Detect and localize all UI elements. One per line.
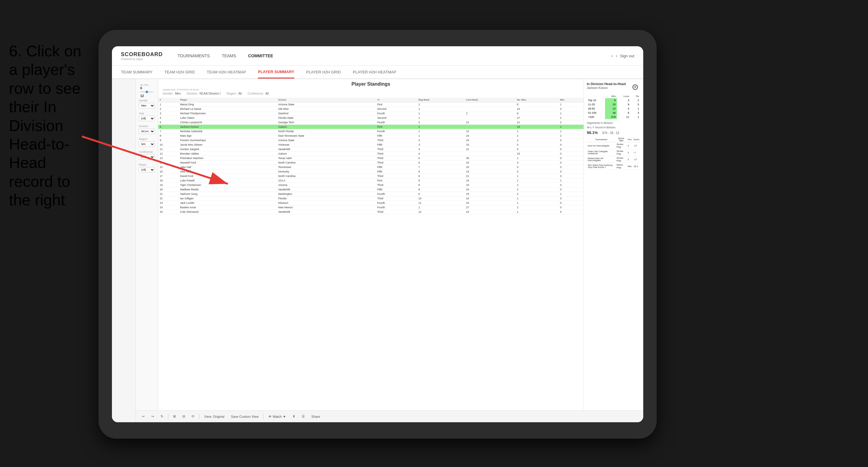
zoom-out-button[interactable]: ⊟ <box>181 413 187 419</box>
col-reg-rank: Reg Rank <box>417 98 465 102</box>
cell-rank: 25 <box>158 210 179 214</box>
reset-button[interactable]: ⟳ <box>190 413 196 419</box>
table-row[interactable]: 19 Tiger Christensen Arizona Third 8 23 … <box>158 183 584 187</box>
update-date: 27/03/2024 16:56:26 <box>177 88 199 91</box>
table-row[interactable]: 16 Alex Goff Kentucky Fifth 8 19 0 0 <box>158 169 584 174</box>
cell-year: First <box>376 125 417 129</box>
table-row[interactable]: 25 Cole Sherwood Vanderbilt Third 12 23 … <box>158 210 584 214</box>
cell-player: Jake Hall <box>179 165 277 169</box>
table-row[interactable]: 21 Taehoon Song Washington Fourth 6 23 2… <box>158 192 584 196</box>
table-row[interactable]: 11 Gordon Sargent Vanderbilt Third 4 21 … <box>158 147 584 152</box>
cell-no-rds: 19 <box>516 125 559 129</box>
sub-nav-player-summary[interactable]: PLAYER SUMMARY <box>258 66 294 79</box>
cell-reg-rank: 1 <box>417 102 465 107</box>
sign-out-button[interactable]: Sign out <box>620 54 634 58</box>
nav-arrow-right[interactable]: › <box>616 54 617 58</box>
cell-player: Tiger Christensen <box>179 183 277 187</box>
redo-button[interactable]: ↪ <box>150 413 156 419</box>
table-row[interactable]: 22 Ian Gilligan Florida Third 10 24 1 0 <box>158 196 584 201</box>
nav-committee[interactable]: COMMITTEE <box>248 52 273 60</box>
table-row[interactable]: 10 Jacob Mou Olesen Arkansas Fifth 3 23 … <box>158 143 584 147</box>
cell-conf-rank: 24 <box>464 179 515 183</box>
cell-player: Michael La Sasse <box>179 107 277 111</box>
sub-nav-player-h2h-grid[interactable]: PLAYER H2H GRID <box>306 66 341 79</box>
table-row[interactable]: 24 Bastien Amat New Mexico Fourth 1 27 2… <box>158 205 584 210</box>
toolbar-sep-2 <box>199 413 199 419</box>
cell-year: Fourth <box>376 201 417 205</box>
division-filter-select[interactable]: NCAA Division I <box>139 129 155 134</box>
cell-win: 0 <box>558 201 584 205</box>
tourn-type: Stroke Play <box>616 156 626 163</box>
conference-label: Conference: <box>248 92 264 95</box>
gender-filter-select[interactable]: Men <box>139 103 155 108</box>
cell-player: Brendan Valdes <box>179 152 277 156</box>
top-nav: SCOREBOARD Powered by clippd TOURNAMENTS… <box>112 46 643 66</box>
share-button[interactable]: Share <box>310 414 322 419</box>
cell-win: 0 <box>558 183 584 187</box>
cell-year: Fifth <box>376 165 417 169</box>
cell-conf-rank: 24 <box>464 187 515 192</box>
h2h-title: In Division Head-to-Head <box>587 82 626 86</box>
sub-nav-player-h2h-heatmap[interactable]: PLAYER H2H HEATMAP <box>353 66 396 79</box>
cell-reg-rank: 12 <box>417 210 465 214</box>
table-row[interactable]: 3 Michael Thorbjornsen Stanford Fourth 1… <box>158 111 584 116</box>
h2h-close-button[interactable]: ✕ <box>632 85 638 90</box>
cell-conf-rank <box>464 102 515 107</box>
tourn-type: Stroke Play <box>616 149 626 156</box>
table-row[interactable]: 12 Brendan Valdes Auburn Third 4 23 0 <box>158 152 584 156</box>
region-label: Region: <box>226 92 237 95</box>
table-row[interactable]: 7 Nicholas Gabrelcik North Florida Fourt… <box>158 129 584 134</box>
cell-no-rds: 2 <box>516 138 559 143</box>
cell-school: Georgia Tech <box>277 120 376 125</box>
region-filter-select[interactable]: N/A <box>139 142 155 147</box>
table-row[interactable]: 8 Mats Ege East Tennessee State Fifth 1 … <box>158 134 584 138</box>
cell-school: UCLA <box>277 179 376 183</box>
undo-button[interactable]: ↩ <box>140 413 147 419</box>
table-row[interactable]: 13 Phichaksn Maichon Texas A&M Third 6 3… <box>158 156 584 160</box>
division-filter-label: Division <box>139 125 155 128</box>
cell-win: 1 <box>558 129 584 134</box>
nav-teams[interactable]: TEAMS <box>222 52 236 60</box>
h2h-rank-cell: Top 10 <box>587 98 605 102</box>
table-row[interactable]: 14 Maxwell Ford North Carolina Third 6 2… <box>158 160 584 165</box>
table-area: Player Standings Update time: 27/03/2024… <box>158 79 584 410</box>
cell-player: Ian Gilligan <box>179 196 277 201</box>
sub-nav-team-h2h-heatmap[interactable]: TEAM H2H HEATMAP <box>207 66 246 79</box>
table-row[interactable]: 5 Christo Lamprecht Georgia Tech Fourth … <box>158 120 584 125</box>
download-button[interactable]: ⬇ <box>291 413 297 419</box>
cell-no-rds: 10 <box>516 107 559 111</box>
tourn-type: Stroke Play <box>616 142 626 149</box>
save-custom-view-button[interactable]: Save Custom View <box>229 414 260 419</box>
player-filter-select[interactable]: (All) <box>139 167 155 173</box>
table-row[interactable]: 23 Jack Lundin Missouri Fourth 11 24 1 0 <box>158 201 584 205</box>
no-rds-slider[interactable] <box>140 91 153 93</box>
sub-nav: TEAM SUMMARY TEAM H2H GRID TEAM H2H HEAT… <box>112 66 643 79</box>
conference-filter-group: Conference (All) <box>139 150 155 160</box>
refresh-button[interactable]: ↻ <box>159 413 165 419</box>
h2h-col-win: Win <box>605 94 617 98</box>
view-original-button[interactable]: View: Original <box>203 414 226 419</box>
table-row[interactable]: 15 Jake Hall Tennessee Fifth 7 25 0 0 <box>158 165 584 169</box>
list-button[interactable]: ☰ <box>300 413 307 419</box>
conference-filter-select[interactable]: (All) <box>139 154 155 160</box>
nav-arrow-left[interactable]: ‹ <box>611 54 613 58</box>
year-filter-select[interactable]: (All) <box>139 116 155 121</box>
nav-tournaments[interactable]: TOURNAMENTS <box>178 52 210 60</box>
h2h-row: 11-25 20 9 5 <box>587 102 640 106</box>
zoom-in-button[interactable]: ⊞ <box>171 413 178 419</box>
table-row[interactable]: 1 Wenyi Ding Arizona State First 1 8 1 <box>158 102 584 107</box>
table-row[interactable]: 18 Luke Powell UCLA First 8 24 1 1 <box>158 179 584 183</box>
table-scroll[interactable]: # Player School Yr Reg Rank Conf Rank No… <box>158 98 584 410</box>
table-row[interactable]: 17 David Ford North Carolina Third 8 21 … <box>158 174 584 179</box>
table-row[interactable]: 6 Jackson Koivun Auburn First 2 19 1 <box>158 125 584 129</box>
table-row[interactable]: 20 Matthew Riedel Vanderbilt Fifth 8 24 … <box>158 187 584 192</box>
table-row[interactable]: 2 Michael La Sasse Ole Miss Second 1 10 … <box>158 107 584 111</box>
table-row[interactable]: 9 Preston Summerhays Arizona State Third… <box>158 138 584 143</box>
sub-nav-team-summary[interactable]: TEAM SUMMARY <box>121 66 153 79</box>
table-row[interactable]: 4 Luke Claton Florida State Second 1 27 … <box>158 116 584 120</box>
watch-button[interactable]: 👁 Watch ▼ <box>267 414 288 419</box>
cell-rank: 10 <box>158 143 179 147</box>
cell-rank: 13 <box>158 156 179 160</box>
cell-rank: 11 <box>158 147 179 152</box>
sub-nav-team-h2h-grid[interactable]: TEAM H2H GRID <box>164 66 195 79</box>
